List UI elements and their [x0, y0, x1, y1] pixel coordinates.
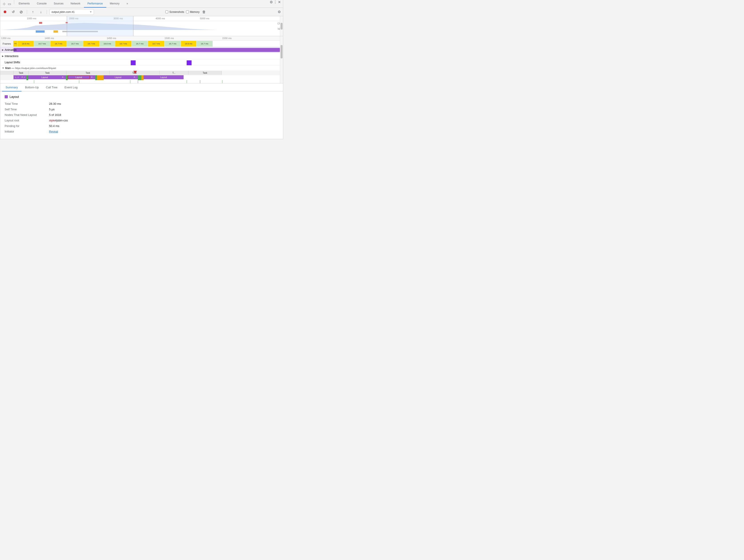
- scrollbar-thumb[interactable]: [281, 23, 283, 30]
- bar-pt[interactable]: P...t: [20, 75, 27, 79]
- bar-p2[interactable]: P...: [61, 75, 66, 79]
- interactions-label[interactable]: ▶ Interactions: [0, 54, 18, 58]
- bar-green5: [140, 75, 141, 80]
- tab-call-tree[interactable]: Call Tree: [42, 83, 61, 91]
- detail-scrollbar[interactable]: [280, 36, 283, 83]
- timeline-overview: 1000 ms 2000 ms 3000 ms 4000 ms 5000 ms …: [0, 16, 283, 36]
- net-chart: [0, 30, 275, 34]
- clear-button[interactable]: ⊘: [18, 9, 24, 15]
- tab-sources[interactable]: Sources: [50, 0, 67, 7]
- layout-shift-1: [131, 61, 136, 65]
- tab-console[interactable]: Console: [33, 0, 50, 7]
- animation-bar: [13, 48, 280, 52]
- frame-cell-4: 16.7 ms: [67, 41, 83, 47]
- bar-p3[interactable]: P...: [90, 75, 95, 79]
- capture-settings-icon[interactable]: ⚙: [277, 10, 281, 14]
- animation-label[interactable]: ▶ Animation: [0, 48, 16, 51]
- tab-summary[interactable]: Summary: [2, 83, 22, 91]
- frame-cell-0: ms: [13, 41, 17, 47]
- trash-icon[interactable]: 🗑: [202, 10, 206, 14]
- device-toolbar-icon[interactable]: ▭: [7, 2, 11, 6]
- bottom-panel: Summary Bottom-Up Call Tree Event Log La…: [0, 83, 283, 139]
- task-5-header: T...: [159, 71, 188, 75]
- sep2: [27, 10, 27, 14]
- task-2-header: Task: [29, 71, 66, 75]
- memory-checkbox-item[interactable]: Memory: [186, 10, 199, 13]
- screenshots-checkbox-item[interactable]: Screenshots: [165, 10, 184, 13]
- reload-button[interactable]: ↺: [10, 9, 16, 15]
- bar-layout-selected[interactable]: Layout: [68, 75, 90, 79]
- layout-shifts-label: Layout Shifts: [0, 61, 20, 64]
- upload-button[interactable]: ↑: [30, 9, 36, 15]
- interactions-expand-icon[interactable]: ▶: [2, 55, 4, 57]
- tab-elements[interactable]: Elements: [15, 0, 33, 7]
- frame-cell-5: 16.7 ms: [83, 41, 100, 47]
- frame-cell-3: 16.7 ms: [50, 41, 67, 47]
- url-selector[interactable]: output.jsbin.com #1 ▼: [49, 9, 94, 15]
- main-row: ▼ Main — https://output.jsbin.com/elisum…: [0, 66, 283, 71]
- close-icon[interactable]: ✕: [277, 0, 281, 4]
- task-header-label: [0, 71, 13, 75]
- memory-checkbox[interactable]: [186, 10, 189, 13]
- total-time-row: Total Time 28.30 ms: [5, 102, 278, 105]
- self-time-label: Self Time: [5, 108, 49, 111]
- animation-row: ▶ Animation: [0, 47, 283, 53]
- frame-cell-12: 16.7 ms: [196, 41, 213, 47]
- ruler-label-5000: 5000 ms: [200, 17, 209, 20]
- bottom-tab-bar: Summary Bottom-Up Call Tree Event Log: [0, 83, 283, 91]
- layout-root-row: Layout root style#jsbin-css: [5, 119, 278, 122]
- bar-lt[interactable]: L...t: [13, 75, 20, 79]
- performance-toolbar: ⏺ ↺ ⊘ ↑ ↓ output.jsbin.com #1 ▼ Screensh…: [0, 8, 283, 16]
- detail-scroll-thumb[interactable]: [281, 45, 283, 59]
- frame-cell-6: 16.6 ms: [100, 41, 115, 47]
- tick-5: [187, 80, 187, 83]
- style-keyword: style: [49, 119, 55, 122]
- main-expand-icon[interactable]: ▼: [2, 67, 4, 69]
- animation-expand-icon[interactable]: ▶: [2, 49, 4, 51]
- bar-layout3[interactable]: Layout: [144, 75, 184, 79]
- tab-memory[interactable]: Memory: [106, 0, 123, 7]
- tab-event-log[interactable]: Event Log: [61, 83, 81, 91]
- frame-cell-10: 16.7 ms: [164, 41, 181, 47]
- summary-title-text: Layout: [9, 95, 19, 99]
- more-options-icon[interactable]: ⋮: [273, 0, 277, 4]
- tab-more[interactable]: »: [123, 0, 132, 7]
- settings-icon[interactable]: ⚙: [269, 0, 273, 4]
- screenshots-label: Screenshots: [170, 10, 184, 13]
- pending-value: 50.4 ms: [49, 124, 59, 127]
- summary-content: Layout Total Time 28.30 ms Self Time 5 μ…: [0, 91, 283, 139]
- initiator-row: Initiator Reveal: [5, 130, 278, 133]
- nodes-row: Nodes That Need Layout 5 of 1618: [5, 113, 278, 116]
- pending-row: Pending for 50.4 ms: [5, 124, 278, 127]
- detail-ruler: 1350 ms 1400 ms 1450 ms 1500 ms 1550 ms: [0, 36, 283, 41]
- timeline-scrollbar[interactable]: [280, 16, 283, 36]
- main-bars-spacer: [0, 75, 13, 80]
- bar-layout1[interactable]: Layout: [28, 75, 61, 79]
- layout-shifts-row: Layout Shifts: [0, 59, 283, 66]
- cursor-icon[interactable]: ⊹: [2, 2, 6, 6]
- ruler-label-4000: 4000 ms: [156, 17, 165, 20]
- task-6-header: Task: [188, 71, 222, 75]
- ruler2-1500: 1500 ms: [164, 37, 174, 39]
- tick-marks-row: [0, 80, 283, 83]
- summary-title: Layout: [5, 95, 278, 99]
- memory-label: Memory: [190, 10, 199, 13]
- download-button[interactable]: ↓: [38, 9, 44, 15]
- pending-label: Pending for: [5, 124, 49, 127]
- timeline-selection[interactable]: [67, 16, 134, 36]
- frame-cell-8: 16.7 ms: [132, 41, 148, 47]
- frames-row: Frames ms 16.6 ms 16.7 ms 16.7 ms 16.7 m…: [0, 41, 283, 47]
- task-headers-row: Task Task Task Task T... Task: [0, 71, 283, 75]
- tab-bottom-up[interactable]: Bottom-Up: [22, 83, 42, 91]
- timeline-detail: 1350 ms 1400 ms 1450 ms 1500 ms 1550 ms …: [0, 36, 283, 83]
- bar-layout2[interactable]: Layout: [104, 75, 133, 79]
- bar-p4[interactable]: P...: [133, 75, 138, 79]
- screenshots-checkbox[interactable]: [165, 10, 168, 13]
- tab-network[interactable]: Network: [67, 0, 84, 7]
- ruler2-1550: 1550 ms: [222, 37, 231, 39]
- tab-performance[interactable]: Performance: [84, 0, 106, 7]
- bar-green2: [66, 75, 68, 80]
- main-label[interactable]: ▼ Main — https://output.jsbin.com/elisum…: [0, 67, 56, 70]
- initiator-link[interactable]: Reveal: [49, 130, 58, 133]
- record-button[interactable]: ⏺: [2, 9, 8, 15]
